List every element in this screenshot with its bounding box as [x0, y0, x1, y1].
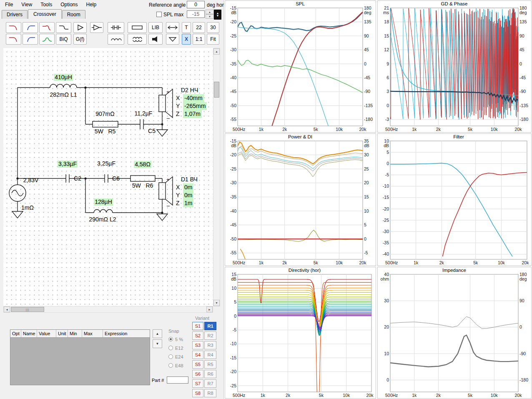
zoom-1to1-button[interactable]: 1:1	[193, 34, 205, 45]
snap-e48-radio[interactable]	[168, 363, 173, 368]
move-down-button[interactable]: ▼	[153, 339, 162, 348]
svg-text:40: 40	[384, 272, 389, 277]
variant-r8-button[interactable]: R8	[204, 389, 216, 397]
L1-value[interactable]: 410µH	[54, 74, 73, 81]
inductor-L2[interactable]	[94, 210, 113, 213]
reference-angle-input[interactable]	[187, 1, 205, 8]
move-up-button[interactable]: ▲	[153, 329, 162, 338]
capacitor-button[interactable]	[108, 22, 124, 33]
D1-y-value[interactable]: 0m	[183, 191, 193, 199]
variant-s5-button[interactable]: S5	[192, 360, 203, 369]
L2-value[interactable]: 128µH	[94, 198, 113, 206]
snap-5pct-radio[interactable]	[168, 337, 173, 341]
variant-r1-button[interactable]: R1	[204, 322, 216, 330]
R5-value[interactable]: 907mΩ	[95, 110, 115, 118]
lowpass-b-button[interactable]	[6, 34, 21, 45]
scroll-right-icon[interactable]: ►	[206, 306, 213, 312]
variant-s8-button[interactable]: S8	[192, 389, 203, 397]
D2-y-value[interactable]: -265mm	[183, 102, 207, 110]
scroll-up-icon[interactable]: ▲	[213, 48, 220, 55]
biquad-button[interactable]: BiQ	[56, 34, 71, 45]
tab-drivers[interactable]: Drivers	[2, 10, 28, 19]
D1-z-value[interactable]: 1m	[183, 199, 193, 207]
menu-tools[interactable]: Tools	[36, 0, 56, 9]
opamp-button[interactable]	[90, 22, 103, 33]
D2-x-value[interactable]: -40mm	[183, 94, 204, 102]
lib-button[interactable]: LIB	[148, 22, 163, 33]
spin-down-icon[interactable]: ▼	[206, 14, 214, 19]
tab-crossover[interactable]: Crossover	[28, 9, 62, 19]
highpass-button[interactable]	[23, 22, 38, 33]
ground-symbol-1[interactable]	[157, 130, 168, 136]
variant-r4-button[interactable]: R4	[204, 351, 216, 359]
inductor-button[interactable]	[108, 34, 124, 45]
driver-D1[interactable]	[159, 183, 166, 199]
highpass-b-button[interactable]	[23, 34, 38, 45]
schematic-canvas[interactable]: + − + − 410µH 282mΩ L1 907mΩ 5W R5 11,2µ…	[3, 48, 213, 306]
horizontal-scrollbar[interactable]: ◄ ||| ►	[3, 306, 213, 313]
variant-r7-button[interactable]: R7	[204, 379, 216, 388]
gain-block-button[interactable]: G(f)	[73, 34, 87, 45]
variant-s1-button[interactable]: S1	[192, 322, 203, 330]
variant-s6-button[interactable]: S6	[192, 370, 203, 378]
spl-max-input[interactable]	[187, 10, 205, 18]
menu-file[interactable]: File	[1, 0, 17, 9]
spin-up-icon[interactable]: ▲	[206, 10, 214, 14]
variant-r3-button[interactable]: R3	[204, 341, 216, 349]
resistor-R5[interactable]	[93, 121, 118, 127]
C2-value[interactable]: 3,33µF	[58, 161, 78, 168]
tab-room[interactable]: Room	[62, 10, 85, 19]
ground-symbol-3[interactable]	[157, 214, 168, 221]
resistor-R6[interactable]	[130, 176, 155, 181]
buffer-button[interactable]	[73, 22, 87, 33]
snap-e12-radio[interactable]	[168, 346, 173, 350]
R6-value[interactable]: 4,58Ω	[134, 161, 151, 168]
spl-max-spinner[interactable]: ▲ ▼	[206, 10, 214, 20]
source-voltage[interactable]: 2,83V	[23, 177, 40, 184]
variant-r2-button[interactable]: R2	[204, 331, 216, 340]
inductor-L1[interactable]	[50, 84, 77, 88]
transformer-button[interactable]	[128, 34, 147, 45]
C5-value[interactable]: 11,2µF	[134, 110, 153, 117]
lowpass-button[interactable]	[6, 22, 21, 33]
scroll-down-icon[interactable]: ▼	[213, 300, 220, 306]
t-node-button[interactable]: T	[182, 22, 191, 33]
scroll-left-icon[interactable]: ◄	[4, 306, 10, 312]
svg-text:2k: 2k	[282, 260, 287, 265]
variant-r5-button[interactable]: R5	[204, 360, 216, 369]
horizontal-scroll-thumb[interactable]: |||	[11, 307, 44, 312]
bandpass-button[interactable]	[39, 34, 55, 45]
variant-s7-button[interactable]: S7	[192, 379, 203, 388]
wire-button[interactable]	[166, 22, 179, 33]
autoscale-button[interactable]: ▲▼	[214, 10, 221, 20]
menu-view[interactable]: View	[17, 0, 36, 9]
ground-symbol-2[interactable]	[12, 211, 23, 218]
delete-mode-button[interactable]: X	[182, 34, 191, 45]
variant-s2-button[interactable]: S2	[192, 331, 203, 340]
vertical-scroll-thumb[interactable]	[214, 82, 219, 98]
zoom-fit-button[interactable]: Fit	[207, 34, 219, 45]
driver-D2[interactable]	[159, 95, 166, 112]
spl-max-checkbox[interactable]	[156, 12, 162, 17]
resistor-button[interactable]	[128, 22, 147, 33]
variant-r6-button[interactable]: R6	[204, 370, 216, 378]
grid22-button[interactable]: 22	[193, 22, 205, 33]
capacitor-C5[interactable]	[140, 119, 143, 129]
variant-s3-button[interactable]: S3	[192, 341, 203, 349]
snap-e24-radio[interactable]	[168, 354, 173, 359]
vertical-scrollbar[interactable]: ▲ ▼	[213, 48, 220, 306]
svg-text:10: 10	[364, 208, 369, 213]
driver-button[interactable]	[148, 34, 163, 45]
C6-value[interactable]: 3,25µF	[96, 160, 116, 167]
shelf-button[interactable]	[56, 22, 71, 33]
menu-help[interactable]: Help	[82, 0, 101, 9]
grid30-button[interactable]: 30	[207, 22, 219, 33]
part-input[interactable]	[167, 376, 188, 384]
D1-x-value[interactable]: 0m	[183, 183, 193, 191]
lowpass2-button[interactable]	[39, 22, 55, 33]
ground-button[interactable]	[166, 34, 179, 45]
svg-text:180: 180	[519, 5, 527, 10]
menu-options[interactable]: Options	[56, 0, 82, 9]
D2-z-value[interactable]: 1,07m	[183, 110, 202, 118]
variant-s4-button[interactable]: S4	[192, 351, 203, 359]
